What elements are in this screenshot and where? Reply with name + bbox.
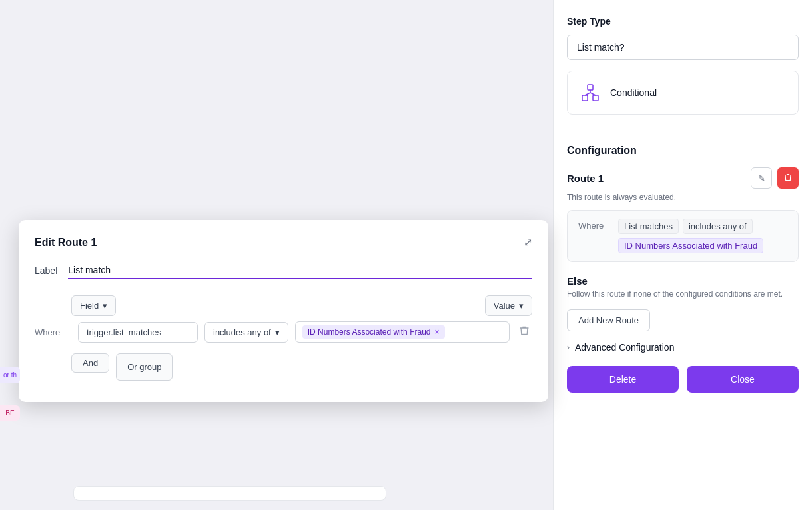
conditional-icon	[578, 81, 602, 105]
value-tag: ID Numbers Associated with Fraud ×	[302, 325, 445, 339]
svg-rect-2	[593, 95, 598, 101]
route-edit-button[interactable]: ✎	[751, 167, 772, 189]
step-type-label: Step Type	[567, 16, 799, 27]
delete-button[interactable]: Delete	[567, 366, 679, 393]
operator-select[interactable]: includes any of ▾	[204, 322, 288, 343]
modal-header: Edit Route 1 ⤢	[35, 236, 532, 249]
value-label: Value	[494, 301, 515, 311]
and-button[interactable]: And	[71, 353, 109, 373]
expand-icon: ⤢	[524, 237, 532, 248]
right-panel: Step Type Conditional Configuration Rout…	[553, 0, 812, 510]
conditional-label: Conditional	[610, 87, 657, 98]
field-header-button[interactable]: Field ▾	[71, 295, 116, 316]
left-hint-or: or th	[0, 367, 20, 383]
close-button[interactable]: Close	[687, 366, 799, 393]
or-group-button[interactable]: Or group	[116, 353, 173, 381]
svg-rect-1	[582, 95, 588, 101]
field-label: Field	[80, 301, 99, 311]
route-condition-box: Where List matches includes any of ID Nu…	[567, 210, 799, 262]
operator-chevron-icon: ▾	[275, 327, 280, 337]
modal-label-input[interactable]	[68, 262, 532, 279]
bottom-node-card	[73, 486, 386, 501]
left-hint-be: BE	[0, 405, 20, 421]
svg-line-4	[585, 93, 590, 95]
expand-button[interactable]: ⤢	[524, 236, 532, 249]
list-matches-pill: List matches	[618, 219, 679, 234]
pencil-icon: ✎	[758, 173, 765, 183]
route-header: Route 1 ✎	[567, 167, 799, 189]
route-delete-button[interactable]	[777, 167, 799, 189]
else-subtitle: Follow this route if none of the configu…	[567, 289, 799, 299]
condition-row: Where List matches includes any of ID Nu…	[578, 219, 787, 253]
svg-rect-0	[588, 85, 593, 90]
canvas-area: Edit Route 1 ⤢ Label Field ▾ Value ▾	[0, 0, 553, 510]
value-tag-area[interactable]: ID Numbers Associated with Fraud ×	[295, 321, 510, 343]
where-condition-row: Where trigger.list_matches includes any …	[35, 321, 532, 343]
svg-line-5	[590, 93, 596, 95]
configuration-title: Configuration	[567, 145, 799, 157]
route-title: Route 1	[567, 173, 604, 184]
value-tag-remove[interactable]: ×	[434, 327, 439, 337]
edit-route-modal: Edit Route 1 ⤢ Label Field ▾ Value ▾	[19, 220, 548, 402]
trash-icon	[783, 173, 793, 184]
add-new-route-button[interactable]: Add New Route	[567, 309, 650, 331]
where-label: Where	[35, 327, 71, 337]
route-subtitle: This route is always evaluated.	[567, 193, 799, 202]
advanced-config-label: Advanced Configuration	[575, 342, 674, 353]
value-pill: ID Numbers Associated with Fraud	[618, 238, 763, 253]
step-type-input[interactable]	[567, 35, 799, 60]
modal-title: Edit Route 1	[35, 237, 97, 249]
advanced-config[interactable]: › Advanced Configuration	[567, 342, 799, 353]
includes-any-of-pill: includes any of	[683, 219, 753, 234]
value-chevron-icon: ▾	[519, 301, 524, 311]
panel-actions: Delete Close	[567, 366, 799, 393]
else-title: Else	[567, 275, 799, 287]
condition-where-label: Where	[578, 219, 611, 231]
modal-label-row: Label	[35, 262, 532, 279]
condition-trash-button[interactable]	[516, 323, 532, 341]
route-actions: ✎	[751, 167, 799, 189]
condition-pills: List matches includes any of ID Numbers …	[618, 219, 787, 253]
field-input[interactable]: trigger.list_matches	[78, 322, 198, 343]
chevron-down-icon: ▾	[103, 301, 107, 311]
value-header-button[interactable]: Value ▾	[485, 295, 532, 316]
conditional-card: Conditional	[567, 71, 799, 115]
chevron-right-icon: ›	[567, 343, 570, 352]
modal-label-text: Label	[35, 265, 57, 276]
